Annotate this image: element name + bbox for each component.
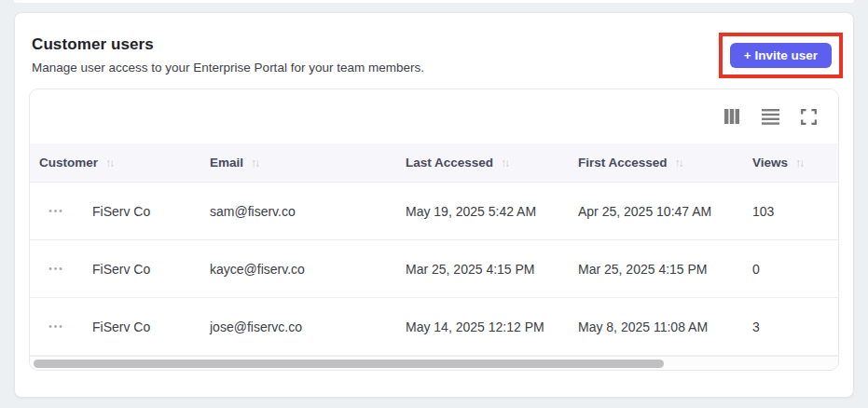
sort-icon[interactable]: ↑↓ xyxy=(795,156,803,170)
views-cell: 0 xyxy=(743,262,838,277)
column-header-views[interactable]: Views ↑↓ xyxy=(743,156,838,170)
sort-icon[interactable]: ↑↓ xyxy=(251,156,258,170)
annotation-highlight-box: + Invite user xyxy=(719,33,843,78)
email-cell: kayce@fiserv.co xyxy=(200,262,396,277)
table-row: ••• FiServ Co kayce@fiserv.co Mar 25, 20… xyxy=(30,240,838,298)
fullscreen-icon[interactable] xyxy=(801,109,817,125)
views-cell: 103 xyxy=(743,204,838,219)
density-icon[interactable] xyxy=(762,108,779,125)
row-menu-icon[interactable]: ••• xyxy=(30,321,83,332)
column-header-first-accessed[interactable]: First Accessed ↑↓ xyxy=(569,156,743,170)
first-accessed-cell: May 8, 2025 11:08 AM xyxy=(569,320,743,334)
email-cell: sam@fiserv.co xyxy=(200,204,396,219)
customer-cell: FiServ Co xyxy=(83,320,200,334)
page-title: Customer users xyxy=(32,35,836,54)
table-header-row: Customer ↑↓ Email ↑↓ Last Accessed ↑↓ Fi… xyxy=(30,143,838,183)
scrollbar-thumb[interactable] xyxy=(34,360,664,368)
last-accessed-cell: May 19, 2025 5:42 AM xyxy=(396,204,569,219)
customer-cell: FiServ Co xyxy=(83,204,200,219)
users-table: Customer ↑↓ Email ↑↓ Last Accessed ↑↓ Fi… xyxy=(29,88,839,371)
sort-icon[interactable]: ↑↓ xyxy=(675,156,682,170)
last-accessed-cell: May 14, 2025 12:12 PM xyxy=(396,320,569,334)
first-accessed-cell: Mar 25, 2025 4:15 PM xyxy=(569,262,743,277)
table-toolbar xyxy=(30,89,838,143)
sort-icon[interactable]: ↑↓ xyxy=(105,156,113,170)
columns-icon[interactable] xyxy=(723,108,740,125)
views-cell: 3 xyxy=(743,320,838,334)
page-subtitle: Manage user access to your Enterprise Po… xyxy=(32,61,836,75)
row-menu-icon[interactable]: ••• xyxy=(30,264,83,274)
row-menu-icon[interactable]: ••• xyxy=(30,206,83,216)
column-header-customer[interactable]: Customer ↑↓ xyxy=(30,156,200,170)
sort-icon[interactable]: ↑↓ xyxy=(501,156,508,170)
first-accessed-cell: Apr 25, 2025 10:47 AM xyxy=(569,204,743,219)
table-body: ••• FiServ Co sam@fiserv.co May 19, 2025… xyxy=(30,183,838,356)
column-header-email[interactable]: Email ↑↓ xyxy=(200,156,396,170)
invite-user-button[interactable]: + Invite user xyxy=(730,43,832,68)
page-background: { "header": { "title": "Customer users",… xyxy=(0,0,868,408)
column-header-last-accessed[interactable]: Last Accessed ↑↓ xyxy=(396,156,569,170)
table-row: ••• FiServ Co jose@fiservc.co May 14, 20… xyxy=(30,298,838,356)
title-block: Customer users Manage user access to you… xyxy=(32,35,836,75)
top-edge-strip xyxy=(14,0,854,3)
customer-users-card: Customer users Manage user access to you… xyxy=(14,12,854,398)
card-header: Customer users Manage user access to you… xyxy=(15,13,853,88)
last-accessed-cell: Mar 25, 2025 4:15 PM xyxy=(396,262,569,277)
horizontal-scrollbar[interactable] xyxy=(30,356,838,371)
customer-cell: FiServ Co xyxy=(83,262,200,277)
email-cell: jose@fiservc.co xyxy=(200,320,396,334)
table-row: ••• FiServ Co sam@fiserv.co May 19, 2025… xyxy=(30,183,838,240)
